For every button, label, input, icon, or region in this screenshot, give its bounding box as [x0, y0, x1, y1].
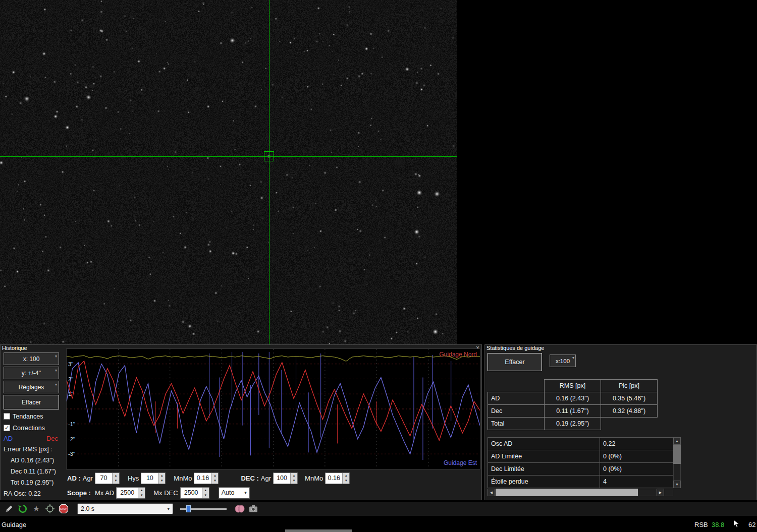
- max-dec-duration-spinner[interactable]: 2500 ▴▾: [180, 487, 209, 499]
- x-scale-label: x: 100: [23, 356, 40, 363]
- scope-params-row: Scope : Mx AD 2500 ▴▾ Mx DEC 2500 ▴▾ Aut…: [67, 486, 250, 499]
- gamma-slider[interactable]: [180, 503, 227, 514]
- chevron-down-icon: ▾: [240, 490, 247, 495]
- ra-aggression-spinner[interactable]: 70 ▴▾: [95, 472, 120, 484]
- spin-down-icon: ▾: [158, 478, 165, 484]
- tendances-checkbox[interactable]: [4, 413, 10, 420]
- main-toolbar: ★ STOP 2.0 s ▾: [0, 502, 757, 516]
- y-scale-label: y: +/-4'': [22, 370, 41, 377]
- spin-up-icon: ▴: [158, 473, 165, 479]
- y-scale-button[interactable]: y: +/-4'' ▾: [4, 367, 59, 379]
- history-panel-title: Historique: [2, 345, 27, 351]
- phd2-window: Historique × x: 100 ▾ y: +/-4'' ▾ Réglag…: [0, 0, 757, 532]
- x-scale-button[interactable]: x: 100 ▾: [4, 352, 59, 365]
- status-bar: Guidage RSB 38.8 62: [0, 518, 757, 532]
- rms-ra-value: AD 0.16 (2.43''): [4, 455, 66, 466]
- axis-legend: AD Dec: [4, 433, 61, 444]
- chevron-down-icon: ▾: [55, 368, 57, 373]
- guide-stats-panel: Statistiques de guidage Effacer x:100 ▾ …: [484, 344, 757, 500]
- table-header-row: RMS [px] Pic [px]: [488, 380, 658, 392]
- history-graph-svg: 3''2''1''-1''-2''-3''Guidage NordGuidage…: [67, 349, 480, 469]
- stats-effacer-button[interactable]: Effacer: [488, 353, 542, 371]
- dec-minmove-spinner[interactable]: 0.16 ▴▾: [325, 472, 350, 484]
- loop-exposures-button[interactable]: [17, 503, 29, 515]
- chevron-down-icon: ▾: [55, 354, 57, 359]
- frame-count: 62: [748, 521, 755, 528]
- chevron-down-icon: ▾: [55, 382, 57, 387]
- table-row: Dec 0.11 (1.67'') 0.32 (4.88''): [488, 405, 658, 418]
- dec-guide-mode-select[interactable]: Auto ▾: [219, 487, 250, 499]
- spin-down-icon: ▾: [138, 493, 145, 498]
- spinner-arrows[interactable]: ▴▾: [342, 473, 349, 484]
- ra-aggression-label: Agr: [83, 475, 93, 482]
- spinner-arrows[interactable]: ▴▾: [211, 473, 218, 484]
- horizontal-scrollbar-thumb[interactable]: [496, 489, 638, 496]
- ra-minmove-label: MnMo: [174, 475, 192, 482]
- dec-section-label: DEC :: [241, 475, 258, 482]
- max-ra-duration-spinner[interactable]: 2500 ▴▾: [116, 487, 145, 499]
- target-icon: [45, 504, 55, 514]
- spinner-arrows[interactable]: ▴▾: [138, 488, 145, 498]
- spinner-arrows[interactable]: ▴▾: [112, 473, 119, 484]
- dec-aggression-label: Agr: [261, 475, 271, 482]
- dec-aggression-spinner[interactable]: 100 ▴▾: [273, 472, 298, 484]
- scroll-right-button[interactable]: ▶: [657, 489, 664, 496]
- stats-scale-select[interactable]: x:100 ▾: [550, 354, 576, 367]
- tendances-checkbox-row[interactable]: Tendances: [4, 411, 66, 422]
- spinner-arrows[interactable]: ▴▾: [290, 473, 297, 484]
- slider-handle[interactable]: [186, 505, 191, 512]
- guide-params-row: AD : Agr 70 ▴▾ Hys 10 ▴▾ MnMo 0.16 ▴▾ DE…: [67, 471, 350, 485]
- advanced-settings-button[interactable]: [234, 503, 246, 515]
- guide-camera-frame[interactable]: [0, 0, 457, 344]
- scroll-down-button[interactable]: ▼: [673, 481, 681, 488]
- status-mode-label: Guidage: [2, 521, 26, 528]
- svg-text:-1'': -1'': [68, 421, 75, 427]
- history-effacer-button[interactable]: Effacer: [4, 395, 59, 409]
- chevron-down-icon: ▾: [167, 506, 170, 511]
- svg-text:2'': 2'': [68, 376, 73, 382]
- guide-star-box: [264, 151, 274, 161]
- spin-down-icon: ▾: [113, 478, 119, 484]
- auto-select-star-button[interactable]: ★: [30, 503, 42, 515]
- ra-section-label: AD :: [67, 475, 81, 482]
- crosshair-vertical-line: [269, 0, 269, 344]
- reglages-label: Réglages: [19, 384, 44, 391]
- max-ra-label: Mx AD: [95, 489, 114, 497]
- history-panel: Historique × x: 100 ▾ y: +/-4'' ▾ Réglag…: [0, 344, 482, 500]
- spin-up-icon: ▴: [211, 473, 218, 479]
- history-effacer-label: Effacer: [22, 399, 41, 406]
- spin-down-icon: ▾: [202, 493, 209, 498]
- guide-button[interactable]: [44, 503, 56, 515]
- svg-text:Guidage Est: Guidage Est: [444, 459, 477, 466]
- spin-down-icon: ▾: [211, 478, 218, 484]
- corrections-checkbox-row[interactable]: ✓ Corrections: [4, 423, 66, 433]
- list-item: Dec Limitée 0 (0%): [488, 463, 674, 476]
- vertical-scrollbar-thumb[interactable]: [673, 445, 681, 464]
- corrections-checkbox[interactable]: ✓: [4, 425, 10, 431]
- scope-section-label: Scope :: [67, 489, 91, 497]
- svg-text:3'': 3'': [68, 361, 73, 367]
- ra-osc-value: RA Osc: 0.22: [4, 488, 66, 499]
- ra-minmove-spinner[interactable]: 0.16 ▴▾: [194, 472, 219, 484]
- exposure-duration-select[interactable]: 2.0 s ▾: [77, 503, 173, 514]
- spinner-arrows[interactable]: ▴▾: [202, 488, 209, 498]
- table-row: AD 0.16 (2.43'') 0.35 (5.46''): [488, 392, 658, 405]
- camera-properties-button[interactable]: [247, 503, 259, 515]
- svg-text:-3'': -3'': [68, 451, 75, 457]
- ra-hysteresis-spinner[interactable]: 10 ▴▾: [141, 472, 166, 484]
- reglages-button[interactable]: Réglages ▾: [4, 381, 59, 393]
- history-sidebar: x: 100 ▾ y: +/-4'' ▾ Réglages ▾ Effacer …: [1, 351, 66, 499]
- star-icon: ★: [33, 504, 40, 514]
- spin-down-icon: ▾: [291, 478, 297, 484]
- ra-legend-label: AD: [4, 435, 13, 442]
- scroll-up-button[interactable]: ▲: [673, 437, 681, 445]
- scroll-left-button[interactable]: ◀: [488, 489, 495, 496]
- spinner-arrows[interactable]: ▴▾: [158, 473, 165, 484]
- camera-icon: [248, 504, 258, 514]
- connect-equipment-button[interactable]: [3, 503, 15, 515]
- svg-text:STOP: STOP: [60, 507, 67, 510]
- dec-legend-label: Dec: [46, 435, 58, 442]
- stop-button[interactable]: STOP: [58, 503, 70, 515]
- table-row: Total 0.19 (2.95''): [488, 418, 658, 430]
- arrow-right-icon: ▶: [659, 491, 662, 495]
